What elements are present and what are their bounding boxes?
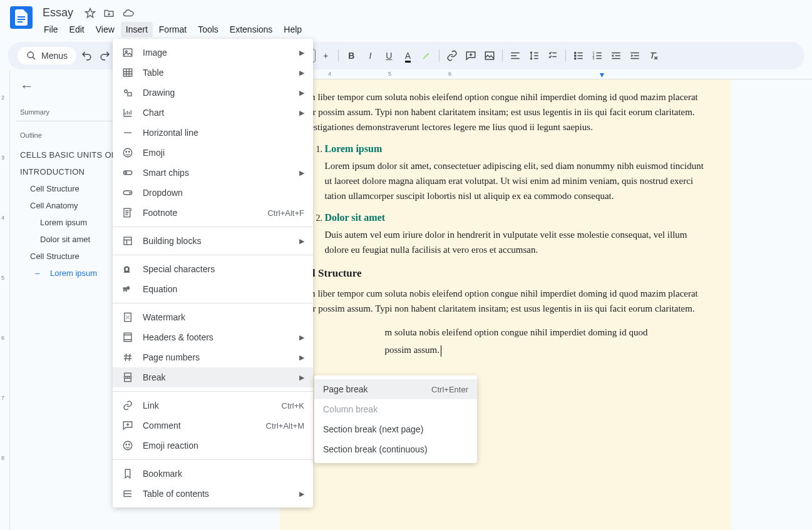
svg-rect-28 (124, 333, 131, 342)
svg-point-6 (575, 55, 576, 56)
menu-tools[interactable]: Tools (193, 22, 224, 37)
header: Essay FileEditViewInsertFormatToolsExten… (0, 0, 812, 37)
svg-point-5 (575, 52, 576, 53)
paragraph[interactable]: Nam liber tempor cum soluta nobis eleife… (297, 89, 713, 135)
insert-smart-chips[interactable]: Smart chips▶ (113, 163, 313, 183)
emoji2-icon (121, 439, 134, 452)
svg-rect-24 (124, 237, 131, 245)
cloud-status-icon[interactable] (122, 8, 135, 19)
undo-button[interactable] (78, 47, 95, 64)
menu-view[interactable]: View (91, 22, 120, 37)
paragraph[interactable]: possim assum. (297, 342, 713, 357)
menu-file[interactable]: File (39, 22, 63, 37)
insert-link[interactable]: LinkCtrl+K (113, 395, 313, 415)
insert-break[interactable]: Break▶ (113, 367, 313, 387)
heading[interactable]: Cell Structure (297, 267, 713, 280)
menu-insert[interactable]: Insert (121, 22, 153, 37)
insert-table-of-contents[interactable]: Table of contents▶ (113, 484, 313, 504)
break-icon (121, 371, 134, 384)
menus-search[interactable]: Menus (18, 47, 76, 64)
highlight-button[interactable] (418, 47, 435, 64)
svg-point-3 (28, 52, 33, 58)
chevron-right-icon: ▶ (299, 354, 304, 362)
document-title[interactable]: Essay (39, 5, 77, 21)
align-button[interactable] (506, 47, 524, 64)
insert-headers-footers[interactable]: Headers & footers▶ (113, 327, 313, 347)
insert-horizontal-line[interactable]: Horizontal line (113, 123, 313, 143)
italic-button[interactable]: I (361, 47, 379, 64)
insert-emoji[interactable]: Emoji (113, 143, 313, 163)
clear-formatting-button[interactable] (645, 47, 662, 64)
chevron-right-icon: ▶ (299, 109, 304, 117)
break-column-break: Column break (314, 399, 477, 419)
paragraph[interactable]: m soluta nobis eleifend option congue ni… (297, 325, 713, 340)
bulleted-list-button[interactable] (570, 47, 587, 64)
line-spacing-button[interactable] (525, 47, 543, 64)
insert-image[interactable]: Image▶ (113, 43, 313, 63)
link-icon (121, 399, 134, 412)
toc-icon (121, 487, 134, 500)
svg-point-31 (123, 441, 132, 450)
svg-text:Ω: Ω (124, 265, 130, 274)
insert-page-numbers[interactable]: Page numbers▶ (113, 347, 313, 367)
insert-building-blocks[interactable]: Building blocks▶ (113, 231, 313, 251)
menu-format[interactable]: Format (154, 22, 192, 37)
menu-help[interactable]: Help (279, 22, 307, 37)
insert-image-button[interactable] (481, 47, 498, 64)
omega-icon: Ω (121, 263, 134, 275)
checklist-button[interactable] (544, 47, 562, 64)
insert-comment[interactable]: CommentCtrl+Alt+M (113, 415, 313, 436)
list-item[interactable]: Lorem ipsum Lorem ipsum dolor sit amet, … (325, 143, 713, 203)
break-section-break-continuous-[interactable]: Section break (continuous) (314, 439, 477, 459)
chevron-right-icon: ▶ (299, 49, 304, 57)
list-item[interactable]: Dolor sit amet Duis autem vel eum iriure… (325, 212, 713, 257)
chevron-right-icon: ▶ (299, 490, 304, 498)
insert-watermark[interactable]: Watermark (113, 307, 313, 327)
bold-button[interactable]: B (342, 47, 360, 64)
chart-icon (121, 106, 134, 119)
docs-logo[interactable] (10, 6, 33, 29)
svg-text:1: 1 (130, 208, 133, 211)
break-submenu: Page breakCtrl+EnterColumn breakSection … (314, 375, 477, 463)
insert-drawing[interactable]: Drawing▶ (113, 83, 313, 103)
move-icon[interactable] (103, 8, 115, 19)
underline-button[interactable]: U (380, 47, 398, 64)
chevron-right-icon: ▶ (299, 237, 304, 245)
watermark-icon (121, 311, 134, 324)
paragraph[interactable]: Nam liber tempor cum soluta nobis eleife… (297, 286, 713, 316)
insert-link-button[interactable] (443, 47, 461, 64)
svg-rect-0 (18, 16, 25, 18)
add-comment-button[interactable] (462, 47, 480, 64)
svg-rect-29 (125, 373, 131, 376)
menu-extensions[interactable]: Extensions (225, 22, 277, 37)
insert-special-characters[interactable]: ΩSpecial characters (113, 259, 313, 279)
increase-indent-button[interactable] (626, 47, 644, 64)
increase-font-button[interactable]: + (317, 47, 334, 64)
pi-icon: π² (121, 283, 134, 295)
insert-footnote[interactable]: 1FootnoteCtrl+Alt+F (113, 203, 313, 223)
comment-icon (121, 419, 134, 432)
redo-button[interactable] (96, 47, 114, 64)
text-color-button[interactable]: A (399, 47, 416, 64)
insert-equation[interactable]: π²Equation (113, 279, 313, 299)
menu-edit[interactable]: Edit (64, 22, 90, 37)
insert-table[interactable]: Table▶ (113, 63, 313, 83)
blocks-icon (121, 235, 134, 247)
svg-point-32 (126, 444, 127, 446)
break-page-break[interactable]: Page breakCtrl+Enter (314, 379, 477, 399)
insert-dropdown[interactable]: Dropdown (113, 183, 313, 203)
star-icon[interactable] (85, 8, 96, 19)
dropdown-icon (121, 186, 134, 199)
svg-text:3: 3 (593, 56, 595, 60)
insert-bookmark[interactable]: Bookmark (113, 464, 313, 484)
indent-marker-right[interactable]: ▾ (600, 69, 604, 79)
headers-icon (121, 331, 134, 344)
insert-chart[interactable]: Chart▶ (113, 103, 313, 123)
svg-point-17 (126, 151, 127, 153)
break-section-break-next-page-[interactable]: Section break (next page) (314, 419, 477, 439)
table-icon (121, 66, 134, 79)
numbered-list-button[interactable]: 123 (588, 47, 606, 64)
decrease-indent-button[interactable] (607, 47, 625, 64)
chips-icon (121, 166, 134, 179)
insert-emoji-reaction[interactable]: Emoji reaction (113, 436, 313, 456)
